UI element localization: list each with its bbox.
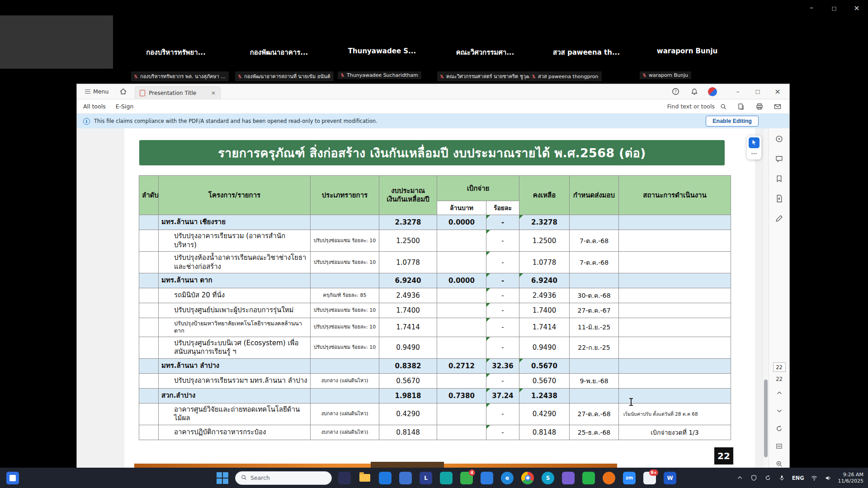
clock[interactable]: 9:26 AM 11/6/2025 [838,472,863,484]
select-tool-button[interactable] [749,137,760,148]
sync-icon[interactable] [764,475,772,481]
cell-remaining: 0.5670 [519,358,570,373]
scrollbar-thumb[interactable] [764,380,768,458]
print-icon[interactable] [754,101,765,112]
cell-project: ปรับปรุงศูนย์บ่มเพาะผู้ประกอบการรุ่นใหม่ [159,303,311,318]
chat-green-icon[interactable]: 4 [460,472,473,484]
tab-close-icon[interactable]: × [211,89,216,96]
slide-page-number: 22 [714,447,733,465]
page-number-input[interactable]: 22 [773,362,786,372]
cell-no [139,252,159,273]
taskbar-search[interactable]: Search [235,471,332,485]
close-icon[interactable] [852,4,862,12]
col-header-type: ประเภทรายการ [311,176,379,215]
zoom-icon-label: zm [626,475,633,480]
chrome-icon[interactable] [521,472,534,484]
avatar[interactable] [708,87,717,96]
cell-remaining: 0.5670 [519,373,570,388]
rail-page-nav: 22 22 [769,362,789,468]
cell-project: มทร.ล้านนา ลำปาง [159,358,311,373]
cell-type: งบกลาง (แผ่นดินไหว) [311,425,379,440]
minimize-icon[interactable] [807,4,816,12]
tab-title: Presentation Title [149,90,196,96]
browser-orange-icon[interactable] [603,472,615,484]
window-minimize-button[interactable] [729,85,747,99]
export-pdf-icon[interactable] [773,192,786,205]
cell-status [619,252,731,273]
document-tab[interactable]: Presentation Title × [135,86,221,99]
ellipsis-icon [751,150,757,159]
store-icon[interactable] [379,472,392,484]
zoom-in-button[interactable] [773,457,786,468]
app-l-icon[interactable]: L [420,472,432,484]
vertical-scrollbar[interactable] [763,128,769,468]
cell-remaining: 1.2500 [519,230,570,252]
email-icon[interactable] [772,101,783,112]
menu-button[interactable]: Menu [81,86,112,97]
cell-delivery [570,388,619,403]
hidden-icons-chevron[interactable] [736,475,744,481]
ai-assistant-icon[interactable] [773,132,786,145]
all-tools-button[interactable]: All tools [83,103,106,110]
search-label: Search [250,474,270,481]
help-icon[interactable]: ? [670,86,681,97]
window-maximize-button[interactable] [749,85,767,99]
security-icon[interactable] [750,475,758,481]
line-icon[interactable] [582,472,595,484]
cell-no [139,215,159,230]
mic-muted-icon [642,73,647,78]
enable-editing-button[interactable]: Enable Editing [706,116,759,127]
mic-icon[interactable] [778,475,786,481]
cell-delivery [570,215,619,230]
skype-icon[interactable]: S [542,472,554,484]
comments-icon[interactable] [773,152,786,165]
chat-blue-icon[interactable] [481,472,493,484]
cell-budget: 1.2500 [379,230,437,252]
more-tools-button[interactable] [749,150,760,158]
sign-icon[interactable] [773,211,786,225]
photos-icon[interactable] [399,472,412,484]
phone-icon[interactable]: 9+ [643,472,656,484]
cell-status: เริ่มนับค่าปรับ ตั้งแต่วันที่ 28 ต.ค 68 [619,403,731,425]
previous-page-button[interactable] [773,386,786,400]
home-button[interactable] [116,84,130,99]
next-page-button[interactable] [773,404,786,418]
widgets-icon[interactable] [6,472,19,484]
network-icon[interactable] [810,475,818,481]
maps-pin-icon[interactable] [440,472,453,484]
search-icon [241,474,247,482]
fit-width-icon[interactable] [773,439,786,453]
find-tools-button[interactable]: Find text or tools [667,101,729,112]
col-header-no: ลำดับ [139,176,159,215]
zoom-icon[interactable]: zm [623,472,636,484]
participant-label-text: กองพัฒนาอาคารสถานที่ นายเข้ม อนันต์ [244,72,330,80]
start-button[interactable] [216,472,229,484]
cell-disbursed: 0.2712 [437,358,486,373]
table-row: มทร.ล้านนา ลำปาง0.83820.271232.360.5670 [139,358,731,373]
people-icon[interactable] [562,472,575,484]
volume-icon[interactable] [824,475,832,481]
acrobat-window: Menu Presentation Title × ? All tools [77,84,789,468]
cell-type: ปรับปรุงซ่อมแซม ร้อยละ: 10 [311,318,379,337]
cell-type: ครุภัณฑ์ ร้อยละ: 85 [311,288,379,303]
file-explorer-icon[interactable] [359,472,371,484]
quick-tools-panel [747,136,761,160]
bookmark-icon[interactable] [773,172,786,185]
copilot-icon[interactable] [338,472,351,484]
cell-project: ปรับปรุงอาคารเรียนรวม (อาคารสำนักบริหาร) [159,230,311,252]
window-close-button[interactable] [769,85,787,99]
refresh-icon[interactable] [773,422,786,435]
notifications-icon[interactable] [689,86,700,97]
cell-type: งบกลาง (แผ่นดินไหว) [311,403,379,425]
word-icon[interactable]: W [664,472,676,484]
taskbar-apps: L4eSzm9+W [338,472,676,484]
edge-icon[interactable]: e [501,472,514,484]
cell-budget: 0.8148 [379,425,437,440]
page-view-icon[interactable] [736,101,747,112]
cell-disbursed [437,337,486,358]
col-header-million-baht: ล้านบาท [437,201,486,215]
language-indicator[interactable]: ENG [792,475,804,481]
maximize-icon[interactable] [829,4,839,12]
esign-button[interactable]: E-Sign [116,103,134,110]
find-label: Find text or tools [667,103,715,110]
